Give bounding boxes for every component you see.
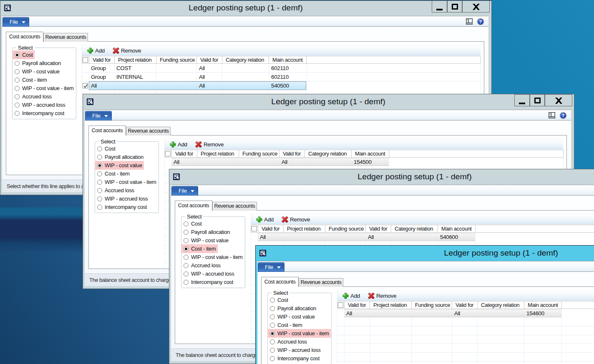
- svg-text:?: ?: [479, 19, 482, 24]
- svg-text:?: ?: [561, 113, 564, 118]
